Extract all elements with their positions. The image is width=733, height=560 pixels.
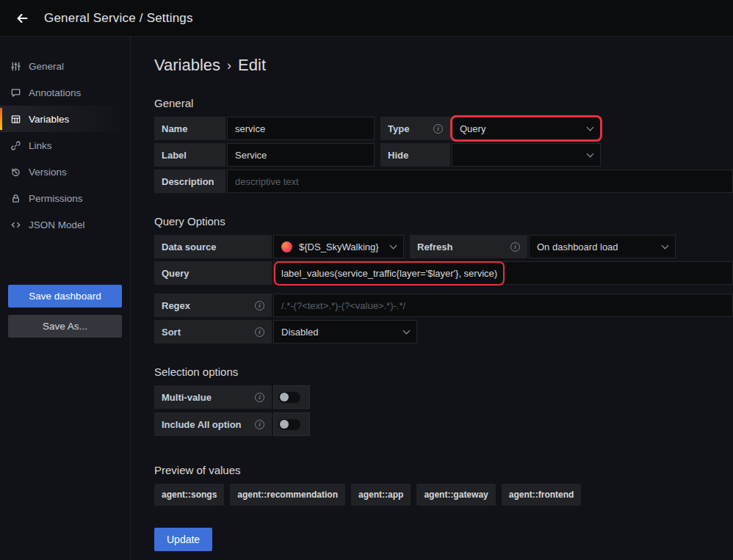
query-row: Query label_values(service_traffic{layer… <box>154 261 733 285</box>
type-select[interactable]: Query <box>452 117 601 140</box>
sort-select[interactable]: Disabled <box>273 320 417 343</box>
toggle-track <box>278 392 300 403</box>
sidebar-item-label: JSON Model <box>29 219 85 230</box>
datasource-logo-icon <box>281 241 292 252</box>
hide-select[interactable] <box>452 143 601 167</box>
preview-tag: agent::gateway <box>416 484 495 506</box>
preview-tag: agent::recommendation <box>230 484 345 506</box>
info-icon[interactable] <box>255 393 264 402</box>
breadcrumb: Variables › Edit <box>154 56 733 75</box>
info-icon[interactable] <box>255 420 264 429</box>
save-dashboard-button[interactable]: Save dashboard <box>8 285 122 308</box>
datasource-refresh-row: Data source ${DS_SkyWalking} Refresh On … <box>154 235 733 258</box>
label-field-wrap <box>227 143 375 167</box>
code-icon <box>10 219 21 230</box>
type-label: Type <box>380 117 450 140</box>
preview-tag: agent::songs <box>154 484 224 506</box>
page-title: General Service / Settings <box>44 11 193 26</box>
save-as-button[interactable]: Save As... <box>8 315 122 338</box>
main-content: Variables › Edit General Name Type Query… <box>131 37 733 560</box>
include-all-row: Include All option <box>154 412 733 436</box>
toggle-knob <box>280 420 289 429</box>
general-section-title: General <box>154 97 733 109</box>
label-hide-row: Label Hide <box>154 143 733 167</box>
sidebar-item-label: General <box>29 61 64 72</box>
label-input[interactable] <box>235 150 366 161</box>
label-label: Label <box>154 143 225 167</box>
chevron-down-icon <box>587 150 594 158</box>
breadcrumb-current: Edit <box>238 56 266 75</box>
preview-values: agent::songs agent::recommendation agent… <box>154 484 733 506</box>
refresh-label: Refresh <box>410 235 527 258</box>
sidebar-item-annotations[interactable]: Annotations <box>0 79 130 106</box>
multi-value-label: Multi-value <box>154 385 272 409</box>
hide-label: Hide <box>380 143 450 167</box>
description-field-wrap <box>227 170 733 193</box>
variable-table-icon <box>10 114 21 125</box>
sidebar-item-variables[interactable]: Variables <box>0 106 130 132</box>
name-label: Name <box>154 117 225 140</box>
multi-value-toggle[interactable] <box>273 385 310 409</box>
settings-sidebar: General Annotations Variables Links Vers… <box>0 37 131 560</box>
query-field-wrap[interactable]: label_values(service_traffic{layer='$lay… <box>273 261 733 285</box>
query-options-section-title: Query Options <box>154 215 733 228</box>
sidebar-item-permissions[interactable]: Permissions <box>0 185 130 211</box>
name-input[interactable] <box>235 123 366 134</box>
history-icon <box>10 167 21 178</box>
lock-icon <box>10 193 21 204</box>
sidebar-item-label: Permissions <box>29 193 83 204</box>
chevron-down-icon <box>403 327 411 335</box>
info-icon[interactable] <box>510 242 520 252</box>
query-value[interactable]: label_values(service_traffic{layer='$lay… <box>281 268 497 279</box>
arrow-left-icon <box>15 11 29 26</box>
preview-tag: agent::app <box>351 484 411 506</box>
regex-label: Regex <box>154 294 272 317</box>
sidebar-item-label: Variables <box>29 114 69 125</box>
multi-value-row: Multi-value <box>154 385 733 409</box>
info-icon[interactable] <box>255 327 264 337</box>
data-source-label: Data source <box>154 235 272 258</box>
sidebar-item-general[interactable]: General <box>0 53 130 79</box>
description-input[interactable] <box>235 176 725 187</box>
preview-tag: agent::frontend <box>502 484 582 506</box>
sort-row: Sort Disabled <box>154 320 733 343</box>
name-field-wrap <box>227 117 375 140</box>
description-label: Description <box>154 170 225 193</box>
sidebar-item-label: Annotations <box>29 87 81 98</box>
regex-field-wrap <box>273 294 733 317</box>
include-all-toggle[interactable] <box>273 412 310 436</box>
name-type-row: Name Type Query <box>154 117 733 140</box>
sort-label: Sort <box>154 320 272 343</box>
sidebar-item-versions[interactable]: Versions <box>0 159 130 185</box>
selection-options-section-title: Selection options <box>154 366 733 378</box>
sliders-icon <box>10 61 21 72</box>
preview-section-title: Preview of values <box>154 464 733 476</box>
info-icon[interactable] <box>433 124 443 134</box>
query-label: Query <box>154 261 272 285</box>
link-icon <box>10 140 21 151</box>
chevron-down-icon <box>662 242 669 250</box>
back-button[interactable] <box>10 7 34 30</box>
regex-row: Regex <box>154 294 733 317</box>
toggle-knob <box>280 393 289 401</box>
data-source-select[interactable]: ${DS_SkyWalking} <box>273 235 404 258</box>
update-button[interactable]: Update <box>154 528 212 551</box>
info-icon[interactable] <box>255 301 264 310</box>
breadcrumb-root[interactable]: Variables <box>154 56 220 75</box>
chevron-down-icon <box>390 242 397 250</box>
sidebar-item-json-model[interactable]: JSON Model <box>0 211 130 238</box>
chevron-down-icon <box>587 124 594 131</box>
sidebar-item-label: Links <box>29 140 52 151</box>
sidebar-item-label: Versions <box>29 167 67 178</box>
regex-input[interactable] <box>281 300 725 311</box>
breadcrumb-separator: › <box>227 58 231 73</box>
toggle-track <box>278 419 300 430</box>
sidebar-item-links[interactable]: Links <box>0 132 130 159</box>
top-header: General Service / Settings <box>0 0 733 37</box>
description-row: Description <box>154 170 733 193</box>
comment-icon <box>10 87 21 98</box>
refresh-select[interactable]: On dashboard load <box>529 235 676 258</box>
include-all-label: Include All option <box>154 412 272 436</box>
